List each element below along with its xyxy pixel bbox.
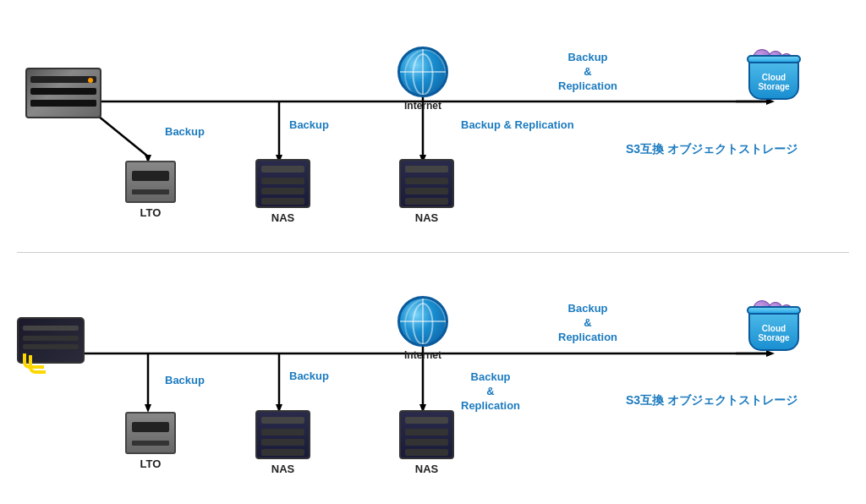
nas1-label-top: NAS [271, 211, 294, 224]
divider [17, 252, 849, 253]
cloud-storage-bottom: CloudStorage [744, 300, 803, 351]
backup-rep-text-top-cloud: Backup&Replication [558, 51, 617, 92]
nas-icon-2-bottom [399, 410, 454, 459]
backup-rep-label-bottom-nas2: Backup&Replication [461, 370, 520, 414]
lto-label-top: LTO [140, 206, 162, 219]
nas-icon-1-bottom [255, 410, 310, 459]
lto-bottom: LTO [125, 412, 176, 470]
nas2-bottom: NAS [399, 410, 454, 475]
cloud-label-top: CloudStorage [750, 73, 797, 91]
backup-rep-label-top-cloud: Backup&Replication [558, 51, 617, 94]
lto-top: LTO [125, 161, 176, 219]
cloud-label-bottom: CloudStorage [750, 324, 797, 342]
nas1-label-bottom: NAS [271, 463, 294, 475]
nas2-top: NAS [399, 159, 454, 224]
globe-icon-top [397, 47, 448, 97]
backup-rep-label-top-nas2: Backup & Replication [461, 118, 574, 133]
nas1-bottom: NAS [255, 410, 310, 475]
internet-label-top: Internet [404, 100, 441, 112]
backup-rep-text-bottom-nas2: Backup&Replication [461, 370, 520, 412]
backup-label-bottom-nas1: Backup [289, 370, 329, 384]
backup-label-bottom-lto: Backup [165, 374, 205, 388]
cloud-bucket-top: CloudStorage [744, 49, 803, 100]
cloud-storage-top: CloudStorage [744, 49, 803, 100]
globe-icon-bottom [397, 296, 448, 347]
main-diagram: LTO Backup NAS Backup Internet NAS Backu… [0, 0, 866, 504]
internet-globe-bottom: Internet [397, 296, 448, 361]
backup-rep-label-bottom-cloud: Backup&Replication [558, 302, 617, 345]
s3-label-bottom: S3互換 オブジェクトストレージ [626, 393, 797, 408]
small-pc-icon [17, 317, 85, 364]
nas-icon-1-top [255, 159, 310, 208]
internet-label-bottom: Internet [404, 349, 441, 361]
nas1-top: NAS [255, 159, 310, 224]
nas2-label-bottom: NAS [415, 463, 438, 475]
lto-icon-top [125, 161, 176, 203]
backup-label-top-lto: Backup [165, 125, 205, 140]
backup-rep-text-bottom-cloud: Backup&Replication [558, 302, 617, 343]
svg-marker-17 [766, 350, 775, 357]
small-pc-bottom [17, 317, 85, 364]
nas-icon-2-top [399, 159, 454, 208]
cloud-bucket-bottom: CloudStorage [744, 300, 803, 351]
backup-rep-text-top-nas2: Backup & Replication [461, 118, 574, 131]
server-rack-icon [25, 68, 101, 118]
lto-icon-bottom [125, 412, 176, 454]
internet-globe-top: Internet [397, 47, 448, 112]
lto-label-bottom: LTO [140, 457, 162, 470]
s3-label-top: S3互換 オブジェクトストレージ [626, 142, 797, 157]
nas2-label-top: NAS [415, 211, 438, 224]
backup-label-top-nas1: Backup [289, 118, 329, 133]
server-rack-top [25, 68, 101, 118]
